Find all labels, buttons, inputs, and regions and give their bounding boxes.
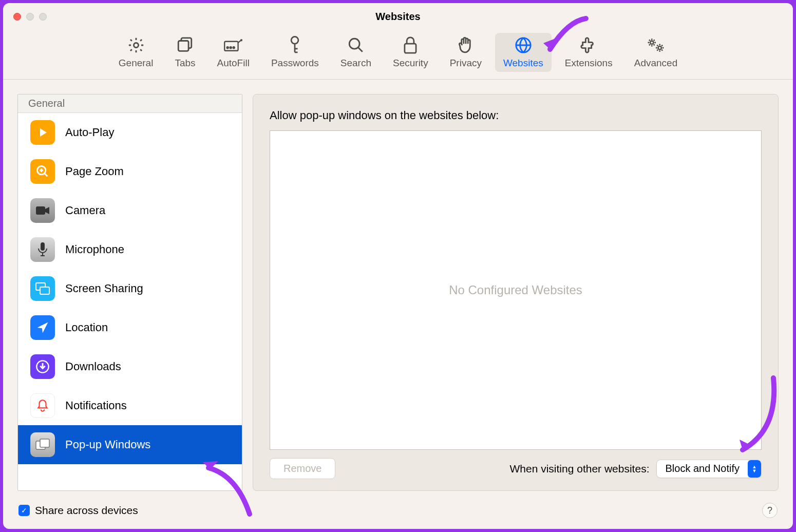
sidebar-item-label: Microphone — [65, 243, 124, 256]
svg-marker-19 — [37, 322, 48, 333]
empty-state-text: No Configured Websites — [449, 283, 582, 297]
sidebar-item-screensharing[interactable]: Screen Sharing — [18, 269, 242, 308]
tabs-icon — [176, 36, 194, 54]
sidebar-item-camera[interactable]: Camera — [18, 191, 242, 230]
sidebar-item-label: Notifications — [65, 399, 127, 412]
tab-label: Passwords — [271, 58, 319, 69]
tab-label: Privacy — [450, 58, 482, 69]
sidebar-section-header: General — [18, 94, 242, 113]
content-area: General Auto-Play Page Zoom Camera Micro… — [3, 80, 793, 496]
gears-icon — [647, 36, 665, 54]
tab-passwords[interactable]: Passwords — [263, 33, 327, 72]
panel-title: Allow pop-up windows on the websites bel… — [270, 109, 762, 122]
tab-advanced[interactable]: Advanced — [626, 33, 686, 72]
svg-rect-2 — [224, 42, 238, 51]
window-zoom-button[interactable] — [39, 13, 47, 21]
window-title: Websites — [3, 11, 793, 23]
sidebar-item-location[interactable]: Location — [18, 308, 242, 347]
search-icon — [347, 36, 365, 54]
globe-icon — [514, 36, 533, 54]
play-icon — [30, 120, 55, 145]
tab-websites[interactable]: Websites — [495, 33, 552, 72]
svg-point-11 — [658, 46, 661, 49]
svg-point-6 — [291, 36, 298, 44]
remove-button[interactable]: Remove — [270, 458, 335, 479]
key-icon — [286, 36, 304, 54]
sidebar-item-label: Location — [65, 321, 108, 334]
select-value: Block and Notify — [665, 463, 740, 474]
sidebar-item-label: Screen Sharing — [65, 282, 143, 295]
configured-websites-list[interactable]: No Configured Websites — [270, 130, 762, 450]
sidebar-item-autoplay[interactable]: Auto-Play — [18, 113, 242, 152]
screen-sharing-icon — [30, 276, 55, 301]
tab-security[interactable]: Security — [385, 33, 437, 72]
svg-rect-8 — [405, 44, 416, 53]
location-icon — [30, 315, 55, 340]
tab-label: General — [119, 58, 154, 69]
tab-autofill[interactable]: AutoFill — [209, 33, 258, 72]
tab-tabs[interactable]: Tabs — [166, 33, 203, 72]
svg-point-5 — [233, 47, 235, 48]
tab-label: Tabs — [175, 58, 195, 69]
sidebar-item-downloads[interactable]: Downloads — [18, 347, 242, 386]
tab-label: Advanced — [634, 58, 678, 69]
svg-point-7 — [349, 39, 359, 49]
svg-rect-14 — [36, 206, 45, 215]
tab-label: Search — [340, 58, 371, 69]
sidebar-item-label: Pop-up Windows — [65, 438, 150, 451]
tab-label: AutoFill — [217, 58, 250, 69]
other-websites-select[interactable]: Block and Notify ▲▼ — [656, 460, 762, 478]
hand-icon — [457, 36, 475, 54]
svg-rect-16 — [41, 242, 45, 251]
tab-label: Websites — [503, 58, 543, 69]
checkmark-icon: ✓ — [18, 505, 30, 516]
window-minimize-button[interactable] — [26, 13, 34, 21]
sidebar-item-label: Auto-Play — [65, 126, 114, 139]
lock-icon — [401, 36, 420, 54]
help-button[interactable]: ? — [762, 503, 778, 518]
svg-marker-15 — [45, 207, 49, 214]
camera-icon — [30, 198, 55, 223]
gear-icon — [127, 36, 145, 54]
preferences-window: Websites General Tabs AutoFill Passwords… — [3, 3, 793, 529]
zoom-icon — [30, 159, 55, 184]
tab-label: Security — [393, 58, 428, 69]
svg-rect-18 — [40, 287, 49, 294]
other-websites-label: When visiting other websites: — [510, 463, 650, 475]
autofill-icon — [224, 36, 242, 54]
svg-rect-1 — [179, 41, 189, 51]
footer: ✓ Share across devices ? — [3, 496, 793, 529]
bell-icon — [30, 393, 55, 418]
svg-point-0 — [134, 43, 138, 47]
titlebar: Websites — [3, 3, 793, 30]
puzzle-icon — [579, 36, 598, 54]
microphone-icon — [30, 237, 55, 262]
tab-label: Extensions — [565, 58, 613, 69]
svg-marker-12 — [40, 128, 47, 137]
tab-general[interactable]: General — [110, 33, 162, 72]
tab-privacy[interactable]: Privacy — [442, 33, 490, 72]
sidebar-item-label: Camera — [65, 204, 105, 217]
sidebar-item-label: Page Zoom — [65, 165, 124, 178]
tab-search[interactable]: Search — [332, 33, 380, 72]
sidebar-item-label: Downloads — [65, 360, 121, 373]
sidebar-item-microphone[interactable]: Microphone — [18, 230, 242, 269]
svg-point-4 — [230, 47, 232, 48]
popup-windows-icon — [30, 432, 55, 457]
preferences-toolbar: General Tabs AutoFill Passwords Search S… — [3, 30, 793, 80]
sidebar-item-popupwindows[interactable]: Pop-up Windows — [18, 425, 242, 464]
window-close-button[interactable] — [13, 13, 21, 21]
settings-panel: Allow pop-up windows on the websites bel… — [253, 94, 779, 491]
chevron-updown-icon: ▲▼ — [748, 460, 761, 478]
download-icon — [30, 354, 55, 379]
svg-point-10 — [650, 41, 653, 44]
share-across-devices-checkbox[interactable]: ✓ Share across devices — [18, 504, 138, 517]
websites-sidebar: General Auto-Play Page Zoom Camera Micro… — [17, 94, 242, 491]
checkbox-label: Share across devices — [35, 504, 138, 517]
tab-extensions[interactable]: Extensions — [557, 33, 621, 72]
svg-rect-22 — [40, 439, 49, 447]
sidebar-item-notifications[interactable]: Notifications — [18, 386, 242, 425]
sidebar-item-pagezoom[interactable]: Page Zoom — [18, 152, 242, 191]
svg-point-3 — [227, 47, 229, 48]
